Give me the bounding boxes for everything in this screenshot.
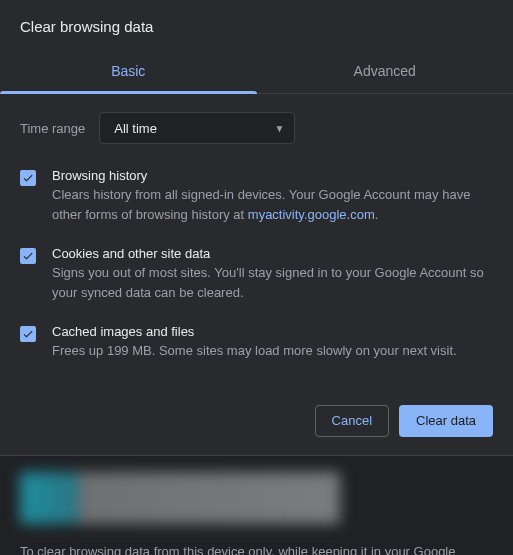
tab-bar: Basic Advanced	[0, 51, 513, 94]
check-icon	[22, 328, 34, 340]
option-description: Clears history from all signed-in device…	[52, 185, 493, 224]
checkbox-cache[interactable]	[20, 326, 36, 342]
footer-text: To clear browsing data from this device …	[20, 542, 493, 556]
dialog-body: Time range All time ▼ Browsing history C…	[0, 94, 513, 399]
dialog-title: Clear browsing data	[0, 18, 513, 51]
option-title: Browsing history	[52, 168, 493, 183]
check-icon	[22, 250, 34, 262]
dialog-actions: Cancel Clear data	[0, 399, 513, 455]
clear-data-button[interactable]: Clear data	[399, 405, 493, 437]
tab-basic[interactable]: Basic	[0, 51, 257, 93]
chevron-down-icon: ▼	[274, 123, 284, 134]
check-icon	[22, 172, 34, 184]
time-range-value: All time	[114, 121, 157, 136]
clear-browsing-data-dialog: Clear browsing data Basic Advanced Time …	[0, 0, 513, 456]
option-title: Cached images and files	[52, 324, 457, 339]
account-info-redacted	[20, 472, 340, 524]
option-cache: Cached images and files Frees up 199 MB.…	[20, 324, 493, 361]
checkbox-cookies[interactable]	[20, 248, 36, 264]
tab-advanced[interactable]: Advanced	[257, 51, 514, 93]
dialog-footer: To clear browsing data from this device …	[0, 456, 513, 556]
time-range-row: Time range All time ▼	[20, 112, 493, 144]
option-description: Frees up 199 MB. Some sites may load mor…	[52, 341, 457, 361]
myactivity-link[interactable]: myactivity.google.com	[248, 207, 375, 222]
option-text: Browsing history Clears history from all…	[52, 168, 493, 224]
option-title: Cookies and other site data	[52, 246, 493, 261]
option-cookies: Cookies and other site data Signs you ou…	[20, 246, 493, 302]
option-text: Cached images and files Frees up 199 MB.…	[52, 324, 457, 361]
checkbox-browsing-history[interactable]	[20, 170, 36, 186]
option-text: Cookies and other site data Signs you ou…	[52, 246, 493, 302]
cancel-button[interactable]: Cancel	[315, 405, 389, 437]
time-range-label: Time range	[20, 121, 85, 136]
option-browsing-history: Browsing history Clears history from all…	[20, 168, 493, 224]
option-description: Signs you out of most sites. You'll stay…	[52, 263, 493, 302]
time-range-select[interactable]: All time ▼	[99, 112, 295, 144]
